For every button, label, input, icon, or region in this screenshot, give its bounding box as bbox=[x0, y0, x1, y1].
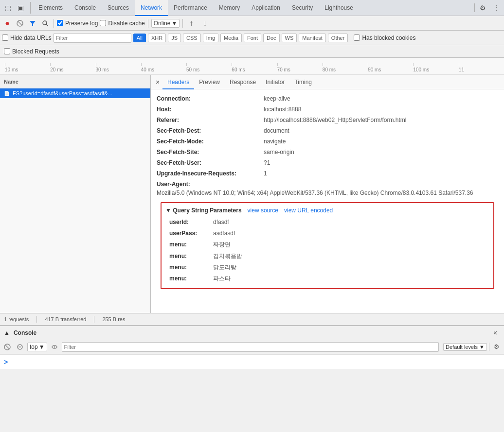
svg-line-6 bbox=[5, 345, 9, 349]
has-blocked-cookies-label[interactable]: Has blocked cookies bbox=[354, 35, 415, 41]
tab-console[interactable]: Console bbox=[69, 0, 102, 16]
filter-xhr-button[interactable]: XHR bbox=[148, 34, 166, 42]
view-source-link[interactable]: view source bbox=[248, 207, 278, 214]
tab-initiator[interactable]: Initiator bbox=[261, 75, 289, 89]
svg-marker-2 bbox=[30, 21, 36, 26]
header-sec-fetch-user-name: Sec-Fetch-User: bbox=[157, 158, 264, 167]
filter-bar: Hide data URLs All XHR JS CSS Img Media … bbox=[0, 31, 504, 45]
view-url-encoded-link[interactable]: view URL encoded bbox=[284, 207, 333, 214]
header-row: Host: localhost:8888 bbox=[157, 104, 498, 115]
console-stop-button[interactable] bbox=[15, 342, 25, 352]
header-user-agent-value: Mozilla/5.0 (Windows NT 10.0; Win64; x64… bbox=[157, 189, 473, 197]
tab-performance[interactable]: Performance bbox=[168, 0, 213, 16]
tab-bar: ⬚ ▣ Elements Console Sources Network Per… bbox=[0, 0, 504, 16]
tab-lighthouse[interactable]: Lighthouse bbox=[319, 0, 359, 16]
filter-font-button[interactable]: Font bbox=[244, 34, 261, 42]
default-levels-select[interactable]: Default levels ▼ bbox=[443, 343, 487, 351]
tab-application[interactable]: Application bbox=[246, 0, 286, 16]
more-icon[interactable]: ⋮ bbox=[490, 2, 502, 14]
tab-elements[interactable]: Elements bbox=[33, 0, 69, 16]
import-export: ↑ ↓ bbox=[186, 18, 210, 29]
console-settings-icon[interactable]: ⚙ bbox=[491, 342, 502, 352]
header-host-name: Host: bbox=[157, 105, 264, 114]
console-context-select[interactable]: top ▼ bbox=[27, 343, 47, 351]
tab-memory[interactable]: Memory bbox=[213, 0, 246, 16]
header-sec-fetch-mode-value: navigate bbox=[264, 137, 286, 146]
preserve-log-label[interactable]: Preserve log bbox=[57, 20, 98, 27]
filter-doc-button[interactable]: Doc bbox=[263, 34, 280, 42]
tab-headers[interactable]: Headers bbox=[162, 75, 194, 89]
blocked-requests-label[interactable]: Blocked Requests bbox=[4, 48, 59, 55]
filter-js-button[interactable]: JS bbox=[168, 34, 181, 42]
status-bar: 1 requests 417 B transferred 255 B res bbox=[0, 313, 504, 325]
timeline-marker-8: 90 ms bbox=[368, 67, 413, 72]
filter-manifest-button[interactable]: Manifest bbox=[299, 34, 326, 42]
requests-count: 1 requests bbox=[4, 316, 29, 322]
restore-icon[interactable]: ⬚ bbox=[2, 2, 14, 14]
header-sec-fetch-dest-value: document bbox=[264, 126, 289, 135]
filter-css-button[interactable]: CSS bbox=[183, 34, 201, 42]
stop-button[interactable] bbox=[15, 18, 25, 29]
header-row: Upgrade-Insecure-Requests: 1 bbox=[157, 168, 498, 179]
qsp-key-menu-4: menu: bbox=[169, 274, 213, 283]
console-close-button[interactable]: × bbox=[490, 328, 500, 338]
filter-all-button[interactable]: All bbox=[133, 34, 146, 42]
filter-media-button[interactable]: Media bbox=[220, 34, 242, 42]
request-item[interactable]: 📄 FS?userId=dfasdf&userPass=asdfasdf&... bbox=[0, 88, 150, 98]
disable-cache-label[interactable]: Disable cache bbox=[100, 20, 144, 27]
resources-size: 255 B res bbox=[102, 316, 125, 322]
qsp-key-menu-2: menu: bbox=[169, 252, 213, 261]
settings-icon[interactable]: ⚙ bbox=[477, 2, 488, 14]
preserve-log-checkbox[interactable] bbox=[57, 20, 63, 26]
hide-data-urls-label[interactable]: Hide data URLs bbox=[2, 35, 52, 41]
header-sec-fetch-mode-name: Sec-Fetch-Mode: bbox=[157, 137, 264, 146]
upload-button[interactable]: ↑ bbox=[186, 18, 197, 29]
tab-bar-right: ⚙ ⋮ bbox=[474, 2, 502, 14]
tab-security[interactable]: Security bbox=[286, 0, 319, 16]
search-button[interactable] bbox=[40, 18, 51, 29]
blocked-bar: Blocked Requests bbox=[0, 45, 504, 58]
close-panel-button[interactable]: × bbox=[153, 77, 162, 87]
filter-input[interactable] bbox=[54, 33, 131, 43]
tab-sources[interactable]: Sources bbox=[102, 0, 135, 16]
blocked-requests-checkbox[interactable] bbox=[4, 48, 10, 54]
console-filter-input[interactable] bbox=[62, 342, 439, 352]
console-title: Console bbox=[14, 329, 36, 336]
filter-button[interactable] bbox=[27, 18, 38, 29]
qsp-title[interactable]: ▼ Query String Parameters bbox=[165, 207, 242, 214]
filter-other-button[interactable]: Other bbox=[328, 34, 348, 42]
tab-bar-icons: ⬚ ▣ bbox=[2, 2, 31, 14]
request-name: FS?userId=dfasdf&userPass=asdfasdf&... bbox=[13, 90, 112, 96]
header-row: Connection: keep-alive bbox=[157, 93, 498, 104]
timeline-marker-10: 11 bbox=[459, 67, 504, 72]
timeline: 10 ms 20 ms 30 ms 40 ms 50 ms 60 ms 70 m… bbox=[0, 58, 504, 75]
filter-ws-button[interactable]: WS bbox=[282, 34, 297, 42]
qsp-key-menu-3: menu: bbox=[169, 263, 213, 272]
tab-response[interactable]: Response bbox=[225, 75, 261, 89]
header-sec-fetch-site-value: same-origin bbox=[264, 148, 294, 156]
record-button[interactable]: ● bbox=[2, 18, 13, 29]
dock-icon[interactable]: ▣ bbox=[15, 2, 26, 14]
timeline-marker-0: 10 ms bbox=[5, 67, 50, 72]
header-upgrade-insecure-name: Upgrade-Insecure-Requests: bbox=[157, 169, 264, 178]
toolbar-divider-2 bbox=[148, 19, 148, 28]
tab-timing[interactable]: Timing bbox=[289, 75, 317, 89]
timeline-marker-1: 20 ms bbox=[50, 67, 95, 72]
console-eye-button[interactable] bbox=[49, 342, 60, 352]
download-button[interactable]: ↓ bbox=[199, 18, 210, 29]
timeline-marker-9: 100 ms bbox=[413, 67, 458, 72]
filter-img-button[interactable]: Img bbox=[203, 34, 218, 42]
header-referer-name: Referer: bbox=[157, 116, 264, 124]
disable-cache-checkbox[interactable] bbox=[100, 20, 106, 26]
header-row: Referer: http://localhost:8888/web02_Htt… bbox=[157, 115, 498, 125]
console-clear-button[interactable] bbox=[2, 342, 13, 352]
chevron-down-icon: ▼ bbox=[171, 20, 177, 27]
has-blocked-cookies-checkbox[interactable] bbox=[354, 35, 360, 41]
timeline-markers: 10 ms 20 ms 30 ms 40 ms 50 ms 60 ms 70 m… bbox=[0, 67, 504, 72]
throttle-select[interactable]: Online ▼ bbox=[151, 19, 180, 28]
name-panel: Name 📄 FS?userId=dfasdf&userPass=asdfasd… bbox=[0, 75, 151, 313]
tab-preview[interactable]: Preview bbox=[194, 75, 225, 89]
tab-network[interactable]: Network bbox=[135, 0, 168, 16]
qsp-key-userpass: userPass: bbox=[169, 229, 213, 238]
hide-data-urls-checkbox[interactable] bbox=[2, 35, 8, 41]
